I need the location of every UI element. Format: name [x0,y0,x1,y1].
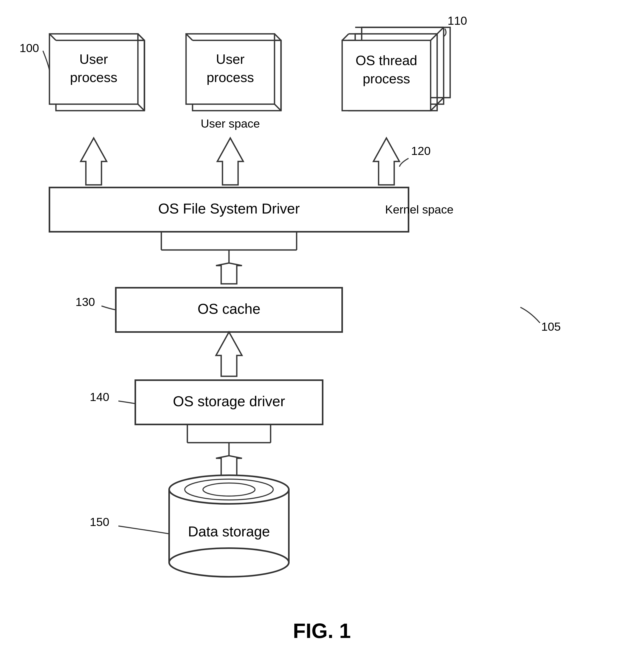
svg-rect-10 [186,34,275,104]
ref-100: 100 [20,41,39,55]
os-thread-label: OS thread [356,53,417,68]
svg-marker-31 [373,138,400,185]
ref-120: 120 [411,144,431,158]
kernel-space-label: Kernel space [385,203,453,216]
os-cache-label: OS cache [197,301,260,317]
svg-marker-39 [216,332,242,376]
ref-110: 110 [448,14,467,27]
os-fs-driver-label: OS File System Driver [158,201,300,216]
svg-point-47 [169,548,289,577]
svg-rect-1 [49,34,138,104]
user-process-2-label2: process [207,70,254,85]
svg-line-12 [275,34,281,40]
svg-marker-29 [81,138,107,185]
user-process-2-label: User [216,51,244,67]
svg-line-20 [342,34,349,40]
svg-marker-37 [216,263,242,284]
ref-130: 130 [76,295,95,309]
ref-105: 105 [541,320,561,333]
os-thread-label2: process [363,71,410,86]
fig-label: FIG. 1 [293,619,351,642]
svg-line-4 [138,34,145,40]
diagram-container: User process User process OS thread proc… [0,0,644,664]
user-process-1-label2: process [70,70,117,85]
os-storage-driver-label: OS storage driver [173,393,285,409]
user-space-label: User space [201,117,260,130]
svg-marker-30 [217,138,243,185]
user-process-1-label: User [79,51,108,67]
data-storage-label: Data storage [188,523,270,540]
ref-150: 150 [90,515,109,528]
ref-140: 140 [90,390,109,403]
